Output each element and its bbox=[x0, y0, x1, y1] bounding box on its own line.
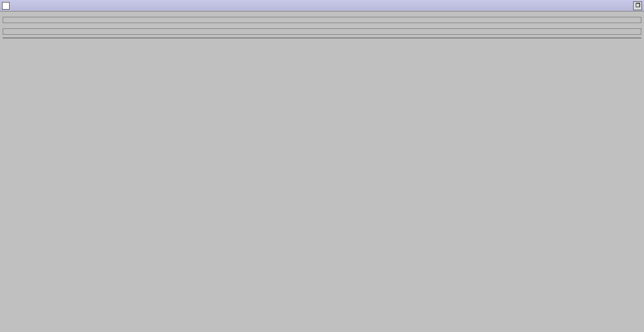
legend-bar bbox=[3, 28, 641, 35]
window-titlebar[interactable]: ❐ bbox=[0, 0, 644, 12]
summary-table-wrap bbox=[3, 37, 641, 39]
maximize-button[interactable]: ❐ bbox=[633, 1, 642, 10]
window-sysicon[interactable] bbox=[2, 2, 10, 10]
legend-bar bbox=[3, 17, 641, 23]
